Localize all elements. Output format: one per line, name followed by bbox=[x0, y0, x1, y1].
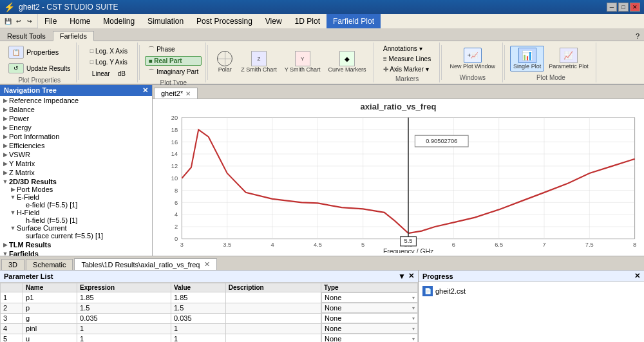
curve-markers-button[interactable]: ◆ Curve Markers bbox=[325, 49, 370, 75]
annotations-button[interactable]: Annotations ▾ bbox=[380, 44, 434, 53]
title-bar: ⚡ gheit2 - CST STUDIO SUITE ─ □ ✕ bbox=[0, 0, 644, 14]
param-list-header: Parameter List ▼ ✕ bbox=[0, 271, 418, 283]
menu-item-file[interactable]: File bbox=[38, 14, 63, 28]
tab-farfields[interactable]: Farfields bbox=[53, 31, 94, 41]
progress-item: 📄 gheit2.cst bbox=[421, 285, 641, 298]
plot-tab-close-icon[interactable]: ✕ bbox=[185, 90, 191, 97]
svg-text:5.5: 5.5 bbox=[404, 237, 413, 244]
parametric-plot-button[interactable]: 📈 Parametric Plot bbox=[545, 46, 592, 71]
tab-close-icon[interactable]: ✕ bbox=[204, 260, 210, 269]
menu-item-simulation[interactable]: Simulation bbox=[141, 14, 190, 28]
param-filter-icon[interactable]: ▼ bbox=[398, 272, 406, 281]
svg-text:8: 8 bbox=[633, 241, 636, 248]
menu-bar: FileHomeModelingSimulationPost Processin… bbox=[38, 14, 644, 28]
ribbon-group-axis: □ Log. X Axis □ Log. Y Axis Linear dB bbox=[80, 43, 138, 82]
progress-header: Progress ✕ bbox=[419, 271, 644, 282]
chart-svg-area: 0 2 4 6 8 10 12 14 16 18 20 3 3.5 4 4. bbox=[155, 114, 641, 253]
svg-text:6.5: 6.5 bbox=[495, 241, 503, 248]
z-smith-button[interactable]: Z Z Smith Chart bbox=[238, 49, 280, 75]
svg-text:16: 16 bbox=[171, 138, 178, 145]
imaginary-part-button[interactable]: ⌒ Imaginary Part bbox=[145, 66, 202, 78]
minimize-button[interactable]: ─ bbox=[607, 3, 617, 12]
tree-item-reference: ▶Reference Impedance bbox=[0, 96, 152, 105]
svg-text:20: 20 bbox=[171, 114, 178, 121]
param-row-g[interactable]: 3 g 0.035 0.035 None▾ bbox=[1, 313, 418, 323]
param-row-p1[interactable]: 1 p1 1.85 1.85 None▾ bbox=[1, 292, 418, 303]
svg-text:4: 4 bbox=[270, 241, 274, 248]
ribbon-group-plottype: ⌒ Phase ■ Real Part ⌒ Imaginary Part Plo… bbox=[141, 43, 206, 82]
bottom-panel: Parameter List ▼ ✕ Name Expression Value… bbox=[0, 270, 644, 342]
quick-redo-icon[interactable]: ↪ bbox=[24, 17, 35, 26]
plot-tab-gheit2[interactable]: gheit2* ✕ bbox=[154, 88, 198, 99]
param-close-icon[interactable]: ✕ bbox=[408, 272, 414, 281]
update-results-button[interactable]: ↺ Update Results bbox=[6, 61, 72, 75]
measure-lines-button[interactable]: ≡ Measure Lines bbox=[380, 54, 434, 64]
svg-text:0.90502706: 0.90502706 bbox=[426, 137, 457, 144]
menu-item-home[interactable]: Home bbox=[63, 14, 97, 28]
menu-item-view[interactable]: View bbox=[259, 14, 289, 28]
svg-text:8: 8 bbox=[175, 187, 178, 194]
phase-button[interactable]: ⌒ Phase bbox=[145, 44, 202, 55]
svg-text:10: 10 bbox=[171, 175, 178, 182]
polar-button[interactable]: Polar bbox=[213, 49, 236, 75]
group-label-plotmode: Plot Mode bbox=[536, 73, 565, 81]
ribbon-group-markers: Annotations ▾ ≡ Measure Lines ✛ Axis Mar… bbox=[375, 43, 440, 82]
svg-text:5: 5 bbox=[361, 241, 365, 248]
param-row-u[interactable]: 5 u 1 1 None▾ bbox=[1, 334, 418, 342]
progress-panel: Progress ✕ 📄 gheit2.cst Progress Message… bbox=[419, 271, 644, 342]
axis-marker-button[interactable]: ✛ Axis Marker ▾ bbox=[380, 64, 434, 74]
title-bar-text: gheit2 - CST STUDIO SUITE bbox=[19, 3, 118, 12]
menu-item-post-processing[interactable]: Post Processing bbox=[190, 14, 259, 28]
menu-item-modeling[interactable]: Modeling bbox=[97, 14, 141, 28]
new-plot-window-button[interactable]: +📈 New Plot Window bbox=[447, 46, 499, 71]
nav-tree-content: ▶Reference Impedance ▶Balance ▶Power ▶En… bbox=[0, 96, 152, 256]
properties-button[interactable]: 📋 Properties bbox=[6, 44, 61, 61]
group-label-markers: Markers bbox=[395, 74, 419, 82]
svg-text:7: 7 bbox=[542, 241, 545, 248]
menu-item-1d-plot[interactable]: 1D Plot bbox=[289, 14, 327, 28]
tab-3d[interactable]: 3D bbox=[1, 259, 24, 270]
real-part-button[interactable]: ■ Real Part bbox=[145, 56, 202, 66]
progress-close-icon[interactable]: ✕ bbox=[634, 272, 640, 280]
y-smith-button[interactable]: Y Y Smith Chart bbox=[281, 49, 324, 75]
nav-tree-header: Navigation Tree ✕ bbox=[0, 85, 152, 96]
svg-text:3.5: 3.5 bbox=[223, 241, 231, 248]
ribbon: 📋 Properties ↺ Update Results Plot Prope… bbox=[0, 41, 644, 85]
parameter-list-panel: Parameter List ▼ ✕ Name Expression Value… bbox=[0, 271, 419, 342]
log-y-axis-button[interactable]: □ Log. Y Axis bbox=[87, 57, 131, 67]
ribbon-group-plotmode: 📊 Single Plot 📈 Parametric Plot Plot Mod… bbox=[506, 43, 596, 82]
progress-file-icon: 📄 bbox=[422, 286, 433, 296]
maximize-button[interactable]: □ bbox=[618, 3, 629, 12]
chart-container: axial_ratio_vs_freq bbox=[153, 99, 644, 256]
plot-content-area: gheit2* ✕ axial_ratio_vs_freq bbox=[153, 85, 644, 256]
tab-schematic[interactable]: Schematic bbox=[26, 259, 73, 270]
close-button[interactable]: ✕ bbox=[630, 3, 640, 12]
nav-tree-close[interactable]: ✕ bbox=[142, 86, 148, 95]
log-x-axis-button[interactable]: □ Log. X Axis bbox=[87, 46, 131, 56]
param-row-p[interactable]: 2 p 1.5 1.5 None▾ bbox=[1, 303, 418, 313]
tab-help[interactable]: ? bbox=[631, 31, 644, 41]
ribbon-tabs: Result Tools Farfields ? bbox=[0, 28, 644, 41]
tab-result-tools[interactable]: Result Tools bbox=[0, 31, 53, 41]
title-bar-controls: ─ □ ✕ bbox=[607, 3, 640, 12]
svg-text:6: 6 bbox=[175, 198, 178, 205]
tab-axial-ratio-table[interactable]: Tables\1D Results\axial_ratio_vs_freq ✕ bbox=[74, 258, 217, 270]
quick-save-icon[interactable]: 💾 bbox=[3, 17, 13, 26]
group-label-properties: Plot Properties bbox=[18, 75, 61, 84]
svg-text:4: 4 bbox=[175, 211, 178, 218]
single-plot-button[interactable]: 📊 Single Plot bbox=[510, 46, 544, 71]
svg-text:7.5: 7.5 bbox=[585, 241, 594, 248]
svg-text:Frequency / GHz: Frequency / GHz bbox=[383, 247, 433, 253]
ribbon-group-windows: +📈 New Plot Window Windows bbox=[443, 43, 504, 82]
chart-title: axial_ratio_vs_freq bbox=[155, 102, 641, 111]
ribbon-group-charts: Polar Z Z Smith Chart Y Y Smith Chart ◆ … bbox=[209, 43, 374, 82]
group-label-windows: Windows bbox=[460, 73, 486, 81]
main-area: Navigation Tree ✕ ▶Reference Impedance ▶… bbox=[0, 85, 644, 256]
menu-item-farfield-plot[interactable]: Farfield Plot bbox=[327, 14, 381, 28]
svg-text:4.5: 4.5 bbox=[314, 241, 322, 248]
db-button[interactable]: dB bbox=[115, 69, 129, 79]
linear-button[interactable]: Linear bbox=[89, 69, 113, 79]
parameter-table: Name Expression Value Description Type 1… bbox=[0, 283, 418, 342]
quick-undo-icon[interactable]: ↩ bbox=[14, 17, 24, 26]
param-row-pinl[interactable]: 4 pinl 1 1 None▾ bbox=[1, 323, 418, 334]
